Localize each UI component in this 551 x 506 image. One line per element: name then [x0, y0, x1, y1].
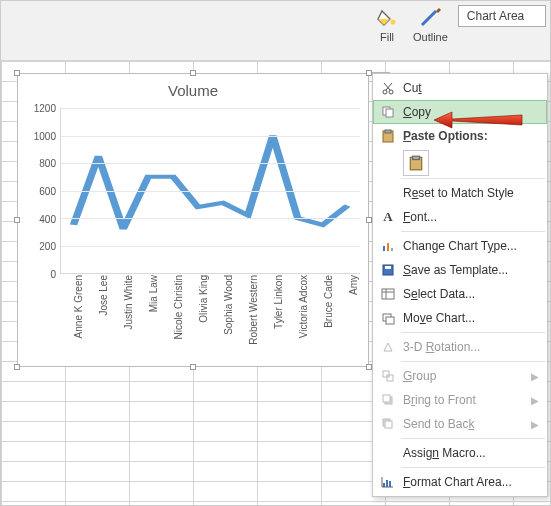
- chart-element-selector[interactable]: Chart Area: [458, 5, 546, 27]
- menu-assign-macro-label: Assign Macro...: [403, 446, 539, 460]
- send-back-icon: [377, 415, 399, 433]
- outline-icon: [418, 7, 442, 31]
- menu-group-label: Group: [403, 369, 527, 383]
- menu-font[interactable]: A Font...: [373, 205, 547, 229]
- svg-rect-26: [386, 480, 388, 487]
- fill-button[interactable]: Fill: [371, 5, 403, 45]
- menu-assign-macro[interactable]: Assign Macro...: [373, 441, 547, 465]
- menu-save-template[interactable]: Save as Template...: [373, 258, 547, 282]
- menu-cut-label: Cut: [403, 81, 539, 95]
- svg-rect-10: [387, 243, 389, 251]
- svg-rect-19: [383, 371, 389, 377]
- menu-3d-rotation: 3-D Rotation...: [373, 335, 547, 359]
- outline-button[interactable]: Outline: [409, 5, 452, 45]
- menu-copy[interactable]: Copy: [373, 100, 547, 124]
- svg-rect-24: [385, 421, 392, 428]
- y-tick-label: 1000: [26, 130, 56, 141]
- svg-rect-27: [389, 481, 391, 487]
- svg-rect-4: [386, 109, 393, 117]
- chart-element-label: Chart Area: [467, 9, 524, 23]
- chart-title[interactable]: Volume: [18, 74, 368, 103]
- outline-label: Outline: [413, 31, 448, 43]
- menu-send-to-back: Send to Back ▶: [373, 412, 547, 436]
- y-axis: 020040060080010001200: [26, 108, 60, 274]
- svg-rect-11: [391, 248, 393, 251]
- y-tick-label: 400: [26, 213, 56, 224]
- format-chart-icon: [377, 473, 399, 491]
- svg-rect-14: [382, 289, 394, 299]
- y-tick-label: 1200: [26, 103, 56, 114]
- menu-3d-rotation-label: 3-D Rotation...: [403, 340, 539, 354]
- bring-front-icon: [377, 391, 399, 409]
- save-template-icon: [377, 261, 399, 279]
- font-icon: A: [377, 208, 399, 226]
- group-icon: [377, 367, 399, 385]
- fill-icon: [375, 7, 399, 31]
- svg-rect-13: [385, 266, 391, 269]
- svg-rect-20: [387, 375, 393, 381]
- menu-reset-style[interactable]: Reset to Match Style: [373, 181, 547, 205]
- move-chart-icon: [377, 309, 399, 327]
- assign-macro-icon: [377, 444, 399, 462]
- svg-rect-18: [386, 317, 394, 324]
- menu-format-chart-area[interactable]: Format Chart Area...: [373, 470, 547, 494]
- paste-icon: [377, 127, 399, 145]
- svg-point-1: [383, 90, 387, 94]
- menu-format-chart-area-label: Format Chart Area...: [403, 475, 539, 489]
- x-axis: Anne K GreenJose LeeJustin WhiteMia LawN…: [60, 274, 360, 358]
- svg-point-2: [389, 90, 393, 94]
- menu-group: Group ▶: [373, 364, 547, 388]
- embedded-chart[interactable]: + Volume 020040060080010001200 Anne K Gr…: [17, 73, 369, 367]
- menu-paste-options-label: Paste Options:: [403, 129, 539, 143]
- svg-rect-6: [385, 130, 391, 133]
- menu-copy-label: Copy: [403, 105, 539, 119]
- reset-icon: [377, 184, 399, 202]
- menu-select-data-label: Select Data...: [403, 287, 539, 301]
- ribbon-chart-tools: Fill Outline Chart Area: [1, 1, 550, 61]
- y-tick-label: 600: [26, 186, 56, 197]
- menu-paste-options-header: Paste Options:: [373, 124, 547, 148]
- plot-region: [60, 108, 360, 274]
- select-data-icon: [377, 285, 399, 303]
- svg-rect-22: [383, 395, 390, 402]
- chart-context-menu: Cut Copy Paste Options: Reset to Match S…: [372, 73, 548, 497]
- fill-label: Fill: [380, 31, 394, 43]
- svg-point-0: [391, 20, 396, 25]
- data-series-line[interactable]: [73, 136, 347, 229]
- svg-rect-8: [413, 156, 420, 159]
- menu-bring-to-front: Bring to Front ▶: [373, 388, 547, 412]
- menu-cut[interactable]: Cut: [373, 76, 547, 100]
- y-tick-label: 800: [26, 158, 56, 169]
- y-tick-label: 0: [26, 269, 56, 280]
- paste-option-default[interactable]: [403, 150, 429, 176]
- menu-change-chart-type[interactable]: Change Chart Type...: [373, 234, 547, 258]
- copy-icon: [377, 103, 399, 121]
- menu-reset-style-label: Reset to Match Style: [403, 186, 539, 200]
- y-tick-label: 200: [26, 241, 56, 252]
- menu-bring-to-front-label: Bring to Front: [403, 393, 527, 407]
- cut-icon: [377, 79, 399, 97]
- menu-font-label: Font...: [403, 210, 539, 224]
- rotation-icon: [377, 338, 399, 356]
- menu-select-data[interactable]: Select Data...: [373, 282, 547, 306]
- menu-move-chart-label: Move Chart...: [403, 311, 539, 325]
- change-chart-type-icon: [377, 237, 399, 255]
- menu-change-chart-type-label: Change Chart Type...: [403, 239, 539, 253]
- submenu-arrow-icon: ▶: [531, 395, 539, 406]
- menu-save-template-label: Save as Template...: [403, 263, 539, 277]
- menu-move-chart[interactable]: Move Chart...: [373, 306, 547, 330]
- submenu-arrow-icon: ▶: [531, 371, 539, 382]
- submenu-arrow-icon: ▶: [531, 419, 539, 430]
- svg-rect-25: [383, 483, 385, 487]
- menu-send-to-back-label: Send to Back: [403, 417, 527, 431]
- plot-area[interactable]: 020040060080010001200 Anne K GreenJose L…: [26, 108, 360, 358]
- svg-rect-9: [383, 246, 385, 251]
